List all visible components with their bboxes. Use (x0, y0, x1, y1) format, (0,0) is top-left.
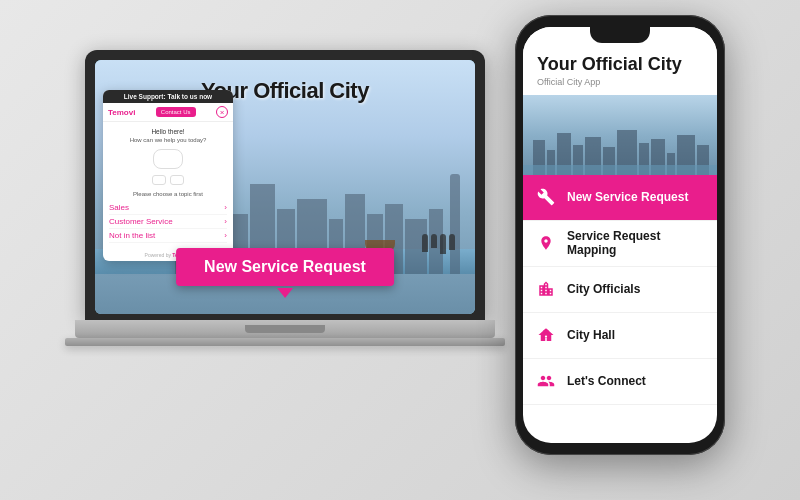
chat-how-text: How can we help you today? (109, 137, 227, 143)
menu-item-new-service-request[interactable]: New Service Request (523, 175, 717, 221)
chat-header: Live Support: Talk to us now (103, 90, 233, 103)
city-hall-icon (535, 324, 557, 346)
chat-topic-customer-service[interactable]: Customer Service› (109, 215, 227, 229)
menu-item-city-hall[interactable]: City Hall (523, 313, 717, 359)
scene: Your Official City Live Support: Talk to… (0, 0, 800, 500)
phone-main-title: Your Official City (537, 55, 703, 75)
chat-body: Hello there! How can we help you today? … (103, 122, 233, 249)
chat-widget[interactable]: Live Support: Talk to us now Temovi Cont… (103, 90, 233, 261)
laptop-cta-button[interactable]: New Service Request (176, 248, 394, 286)
people-icon (535, 370, 557, 392)
phone-menu: New Service Request Service Request Mapp… (523, 175, 717, 405)
laptop-foot (65, 338, 505, 346)
chat-contact-button[interactable]: Contact Us (156, 107, 196, 117)
chat-icon-2 (170, 175, 184, 185)
chat-icon-row (109, 175, 227, 185)
wrench-icon (535, 186, 557, 208)
laptop: Your Official City Live Support: Talk to… (75, 50, 495, 470)
menu-label-city-hall: City Hall (567, 328, 615, 342)
laptop-screen-inner: Your Official City Live Support: Talk to… (95, 60, 475, 314)
building-icon (535, 278, 557, 300)
chat-topic-not-listed[interactable]: Not in the list› (109, 229, 227, 243)
phone-subtitle: Official City App (537, 77, 703, 87)
laptop-base (75, 320, 495, 338)
chat-close-button[interactable]: × (216, 106, 228, 118)
laptop-hinge (245, 325, 325, 333)
phone-screen: Your Official City Official City App (523, 27, 717, 443)
menu-item-lets-connect[interactable]: Let's Connect (523, 359, 717, 405)
chat-icon-1 (152, 175, 166, 185)
menu-label-city-officials: City Officials (567, 282, 640, 296)
chat-logo: Temovi (108, 108, 135, 117)
menu-item-service-request-mapping[interactable]: Service Request Mapping (523, 221, 717, 267)
menu-item-city-officials[interactable]: City Officials (523, 267, 717, 313)
menu-label-service-request-mapping: Service Request Mapping (567, 229, 705, 257)
people-silhouettes (422, 234, 455, 254)
pin-icon (535, 232, 557, 254)
menu-label-new-service-request: New Service Request (567, 190, 688, 204)
laptop-screen-outer: Your Official City Live Support: Talk to… (85, 50, 485, 320)
phone: Your Official City Official City App (515, 15, 725, 455)
chat-choose-text: Please choose a topic first (109, 191, 227, 197)
chat-hello-text: Hello there! (109, 128, 227, 135)
svg-rect-0 (544, 330, 549, 333)
menu-label-lets-connect: Let's Connect (567, 374, 646, 388)
chat-bubble-icon (153, 149, 183, 169)
chat-toolbar: Temovi Contact Us × (103, 103, 233, 122)
chat-topic-sales[interactable]: Sales› (109, 201, 227, 215)
phone-notch (590, 27, 650, 43)
phone-city-image (523, 95, 717, 175)
